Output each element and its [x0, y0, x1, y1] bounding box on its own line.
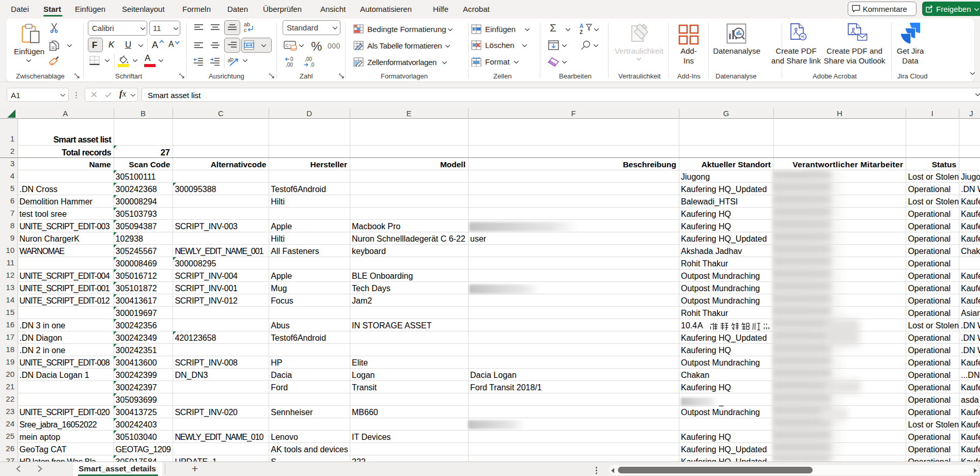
- svg-text:,0: ,0: [310, 62, 315, 67]
- svg-text:C: C: [286, 43, 289, 48]
- svg-text:Z: Z: [580, 29, 583, 35]
- svg-text:0: 0: [290, 57, 293, 62]
- svg-text:,00: ,00: [305, 57, 312, 62]
- svg-text:,00: ,00: [286, 62, 293, 67]
- svg-text:c: c: [244, 27, 247, 33]
- svg-text:A: A: [580, 23, 583, 29]
